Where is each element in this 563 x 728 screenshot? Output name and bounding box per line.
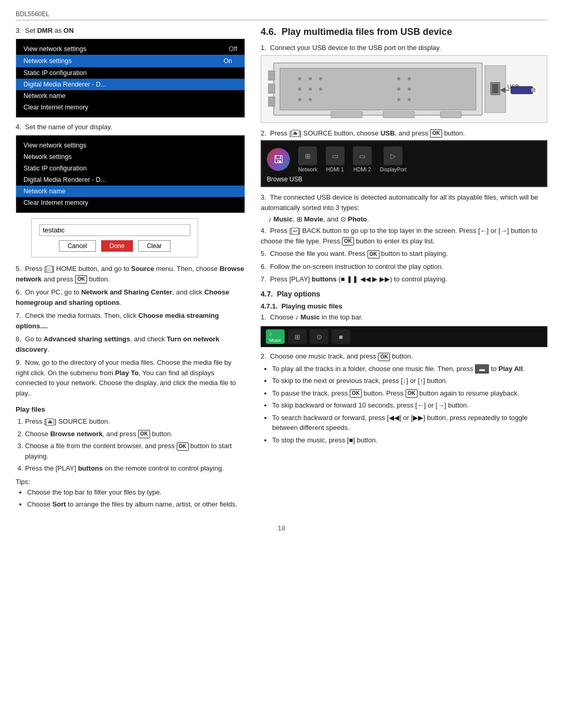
svg-point-13 [408,88,411,91]
menu-item-network-settings-2: Network settings [16,151,244,163]
media-types: ♪ Music, ⊞ Movie, and ⊙ Photo. [261,215,547,223]
svg-point-5 [298,88,301,91]
svg-point-11 [408,77,411,80]
usb-icon-circle: 🖫 [267,148,290,171]
menu-item-view-network: View network settings Off [16,43,244,55]
svg-point-15 [408,98,411,101]
section47-title: 4.7. Play options [261,290,547,298]
tips-label: Tips: [16,478,245,486]
menu-item-network-settings: Network settings On [16,55,244,67]
step2-text: 2. Press [⏏] SOURCE button, choose USB, … [261,128,547,139]
usb-device-diagram: USB [261,55,547,123]
dialog-buttons: Cancel Done Clear [39,240,190,252]
page-container: BDL5560EL 3. Set DMR as ON View network … [0,0,563,548]
list-item: To skip to the next or previous track, p… [272,376,547,386]
svg-point-4 [319,77,322,80]
source-icons-row: 🖫 ⊞ Network ▭ HDMI 1 ▭ [267,146,541,172]
menu-item-network-name-1: Network name [16,90,244,102]
menu-item-view-network-2: View network settings [16,140,244,151]
step471-2: 2. Choose one music track, and press OK … [261,351,547,362]
music-bullets: To play all the tracks in a folder, choo… [261,364,547,446]
step471-1: 1. Choose ♪ Music in the top bar. [261,312,547,323]
play-files-title: Play files [16,405,245,413]
music-player-bar: ♪Music ⊞ ⊙ ■ [261,326,547,347]
music-tab-stop: ■ [332,329,350,344]
step7-text: 7. Check the media formats. Then, click … [16,311,245,331]
list-item: Press [⏏] SOURCE button. [25,416,245,427]
svg-point-14 [397,98,400,101]
svg-rect-25 [268,84,275,93]
step6-usb-note: 6. Follow the on-screen instruction to c… [261,262,547,272]
svg-rect-20 [511,87,533,94]
music-tab-photo: ⊙ [310,329,328,344]
list-item: Choose the top bar to filter your files … [27,487,245,498]
svg-rect-29 [440,112,461,118]
done-button[interactable]: Done [101,240,133,252]
input-dialog: Cancel Done Clear [31,218,198,257]
play-files-list: Press [⏏] SOURCE button. Choose Browse n… [16,416,245,474]
list-item: To skip backward or forward 10 seconds, … [272,400,547,411]
music-tab-active: ♪Music [266,329,285,344]
list-item: To play all the tracks in a folder, choo… [272,364,547,374]
model-label: BDL5560EL [16,10,50,18]
clear-button[interactable]: Clear [138,240,171,252]
step7-usb-note: 7. Press [PLAY] buttons (■ ❚❚ ◀◀ ▶ ▶▶) t… [261,274,547,285]
page-number: 18 [16,524,547,532]
section46-title: 4.6. Play multimedia files from USB devi… [261,27,547,38]
source-screen: 🖫 ⊞ Network ▭ HDMI 1 ▭ [261,140,547,187]
source-icon-hdmi2: ▭ HDMI 2 [353,146,372,172]
svg-rect-26 [268,97,275,106]
cancel-button[interactable]: Cancel [59,240,96,252]
source-icon-network: ⊞ Network [298,146,317,172]
menu-box-2: View network settings Network settings S… [16,135,245,213]
network-icon: ⊞ [298,146,317,165]
menu-item-dmr-2: Digital Media Renderer - D... [16,174,244,186]
menu-item-network-name-2: Network name [16,186,244,197]
list-item: Choose Sort to arrange the files by albu… [27,499,245,510]
svg-point-2 [298,77,301,80]
svg-rect-28 [383,112,414,118]
list-item: To stop the music, press [■] button. [272,435,547,446]
right-column: 4.6. Play multimedia files from USB devi… [261,27,547,514]
music-tab-movie: ⊞ [288,329,307,344]
svg-point-7 [319,88,322,91]
list-item: Press the [PLAY] buttons on the remote c… [25,463,245,474]
menu-box-1: View network settings Off Network settin… [16,39,245,118]
hdmi1-icon: ▭ [326,146,345,165]
section471-title: 4.7.1. Playing music files [261,302,547,310]
menu-item-static-ip: Static IP configuration [16,67,244,79]
left-column: 3. Set DMR as ON View network settings O… [16,27,245,514]
step5-text: 5. Press [⌂] HOME button, and go to Sour… [16,264,245,284]
network-name-input[interactable] [39,224,190,236]
step3-usb-note: 3. The connected USB device is detected … [261,192,547,213]
step3-heading: 3. Set DMR as ON [16,27,245,34]
step9-text: 9. Now, go to the directory of your medi… [16,357,245,398]
two-column-layout: 3. Set DMR as ON View network settings O… [16,27,547,514]
source-icon-hdmi1: ▭ HDMI 1 [326,146,345,172]
svg-rect-24 [268,71,275,80]
step4-usb-note: 4. Press [↩] BACK button to go up to the… [261,226,547,246]
svg-point-12 [397,88,400,91]
svg-point-8 [298,98,301,101]
step4-heading: 4. Set the name of your display. [16,123,245,131]
header-line: BDL5560EL [16,10,547,20]
list-item: To pause the track, press OK button. Pre… [272,388,547,399]
step8-text: 8. Go to Advanced sharing settings, and … [16,334,245,354]
list-item: Choose a file from the content browser, … [25,441,245,461]
tips-list: Choose the top bar to filter your files … [16,487,245,510]
svg-rect-18 [492,84,498,93]
browse-usb-label: Browse USB [267,176,541,183]
menu-item-clear-internet-2: Clear Internet memory [16,197,244,208]
list-item: Choose Browse network, and press OK butt… [25,429,245,439]
svg-point-6 [309,88,312,91]
svg-rect-27 [331,112,362,118]
step5-usb-note: 5. Choose the file you want. Press OK bu… [261,249,547,259]
source-icon-displayport: ▷ DisplayPort [380,146,407,172]
list-item: To search backward or forward, press [◀◀… [272,413,547,433]
menu-item-clear-internet-1: Clear Internet memory [16,102,244,113]
svg-point-3 [309,77,312,80]
svg-point-10 [397,77,400,80]
displayport-icon: ▷ [384,146,402,165]
step1-text: 1. Connect your USB device to the USB po… [261,43,547,53]
menu-item-static-ip-2: Static IP configuration [16,163,244,174]
